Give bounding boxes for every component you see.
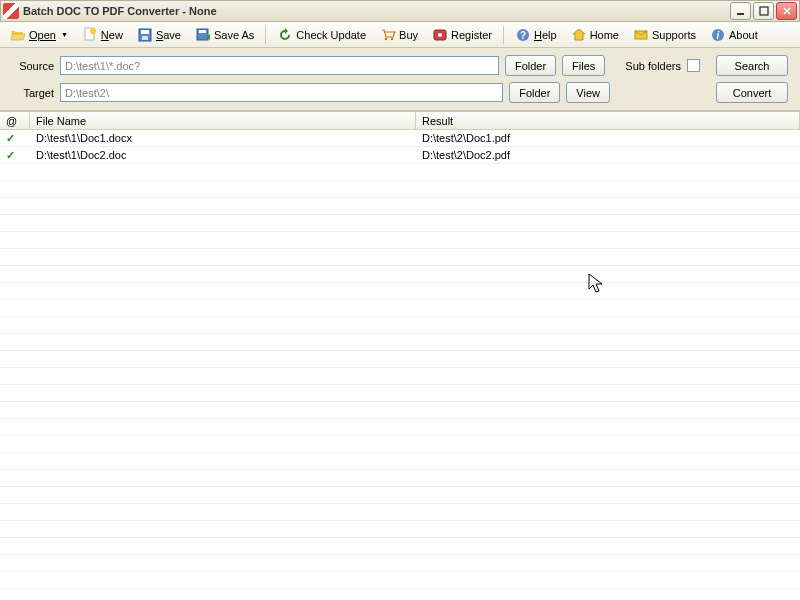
search-button[interactable]: Search (716, 55, 788, 76)
window-title: Batch DOC TO PDF Converter - None (23, 5, 728, 17)
refresh-icon (277, 27, 293, 43)
folder-open-icon (10, 27, 26, 43)
buy-label: Buy (399, 29, 418, 41)
check-icon: ✓ (6, 149, 15, 162)
convert-button[interactable]: Convert (716, 82, 788, 103)
supports-label: Supports (652, 29, 696, 41)
about-button[interactable]: i About (704, 24, 764, 46)
check-icon: ✓ (6, 132, 15, 145)
table-row-empty (0, 436, 800, 453)
target-input[interactable] (60, 83, 503, 102)
help-button[interactable]: ? Help (509, 24, 563, 46)
table-row-empty (0, 300, 800, 317)
open-label: Open (29, 29, 56, 41)
svg-rect-0 (737, 13, 744, 15)
new-button[interactable]: New (76, 24, 129, 46)
check-update-button[interactable]: Check Update (271, 24, 372, 46)
table-row-empty (0, 181, 800, 198)
target-view-button[interactable]: View (566, 82, 610, 103)
cart-icon (380, 27, 396, 43)
table-row-empty (0, 402, 800, 419)
target-folder-button[interactable]: Folder (509, 82, 560, 103)
form-area: Source Folder Files Sub folders Search T… (0, 48, 800, 111)
svg-point-5 (90, 28, 96, 34)
buy-button[interactable]: Buy (374, 24, 424, 46)
table-row-empty (0, 266, 800, 283)
cell-result: D:\test\2\Doc1.pdf (416, 130, 800, 146)
cell-filename: D:\test\1\Doc2.doc (30, 147, 416, 163)
titlebar: Batch DOC TO PDF Converter - None (0, 0, 800, 22)
table-row-empty (0, 572, 800, 589)
table-row-empty (0, 453, 800, 470)
table-row-empty (0, 538, 800, 555)
col-filename[interactable]: File Name (30, 112, 416, 129)
table-row-empty (0, 504, 800, 521)
save-button[interactable]: Save (131, 24, 187, 46)
table-row-empty (0, 215, 800, 232)
table-row[interactable]: ✓D:\test\1\Doc2.docD:\test\2\Doc2.pdf (0, 147, 800, 164)
table-row-empty (0, 283, 800, 300)
close-button[interactable] (776, 2, 797, 20)
svg-point-14 (438, 33, 442, 37)
svg-rect-1 (760, 7, 768, 15)
table-row-empty (0, 589, 800, 600)
chevron-down-icon: ▼ (61, 31, 68, 38)
subfolders-label: Sub folders (625, 60, 681, 72)
svg-text:?: ? (520, 30, 526, 41)
subfolders-checkbox[interactable] (687, 59, 700, 72)
new-document-icon (82, 27, 98, 43)
support-icon (633, 27, 649, 43)
table-row-empty (0, 351, 800, 368)
maximize-button[interactable] (753, 2, 774, 20)
register-button[interactable]: Register (426, 24, 498, 46)
minimize-button[interactable] (730, 2, 751, 20)
svg-rect-7 (141, 30, 149, 34)
table-row-empty (0, 198, 800, 215)
register-label: Register (451, 29, 492, 41)
source-input[interactable] (60, 56, 499, 75)
results-grid: @ File Name Result ✓D:\test\1\Doc1.docxD… (0, 111, 800, 600)
help-label: Help (534, 29, 557, 41)
table-row[interactable]: ✓D:\test\1\Doc1.docxD:\test\2\Doc1.pdf (0, 130, 800, 147)
separator (503, 26, 504, 44)
table-row-empty (0, 334, 800, 351)
table-row-empty (0, 249, 800, 266)
table-row-empty (0, 164, 800, 181)
key-icon (432, 27, 448, 43)
info-icon: i (710, 27, 726, 43)
help-icon: ? (515, 27, 531, 43)
check-update-label: Check Update (296, 29, 366, 41)
home-label: Home (590, 29, 619, 41)
saveas-label: Save As (214, 29, 254, 41)
source-files-button[interactable]: Files (562, 55, 605, 76)
saveas-icon (195, 27, 211, 43)
save-icon (137, 27, 153, 43)
table-row-empty (0, 317, 800, 334)
source-folder-button[interactable]: Folder (505, 55, 556, 76)
about-label: About (729, 29, 758, 41)
source-label: Source (12, 60, 54, 72)
table-row-empty (0, 368, 800, 385)
table-row-empty (0, 487, 800, 504)
table-row-empty (0, 419, 800, 436)
cell-result: D:\test\2\Doc2.pdf (416, 147, 800, 163)
saveas-button[interactable]: Save As (189, 24, 260, 46)
col-result[interactable]: Result (416, 112, 800, 129)
col-status[interactable]: @ (0, 112, 30, 129)
toolbar: Open ▼ New Save Save As Check Update Buy… (0, 22, 800, 48)
target-label: Target (12, 87, 54, 99)
supports-button[interactable]: Supports (627, 24, 702, 46)
home-button[interactable]: Home (565, 24, 625, 46)
table-row-empty (0, 555, 800, 572)
svg-point-11 (385, 37, 388, 40)
save-label: Save (156, 29, 181, 41)
table-row-empty (0, 232, 800, 249)
separator (265, 26, 266, 44)
open-button[interactable]: Open ▼ (4, 24, 74, 46)
table-row-empty (0, 470, 800, 487)
grid-body: ✓D:\test\1\Doc1.docxD:\test\2\Doc1.pdf✓D… (0, 130, 800, 600)
svg-point-12 (391, 37, 394, 40)
svg-text:i: i (717, 30, 720, 41)
grid-header: @ File Name Result (0, 112, 800, 130)
app-icon (3, 3, 19, 19)
